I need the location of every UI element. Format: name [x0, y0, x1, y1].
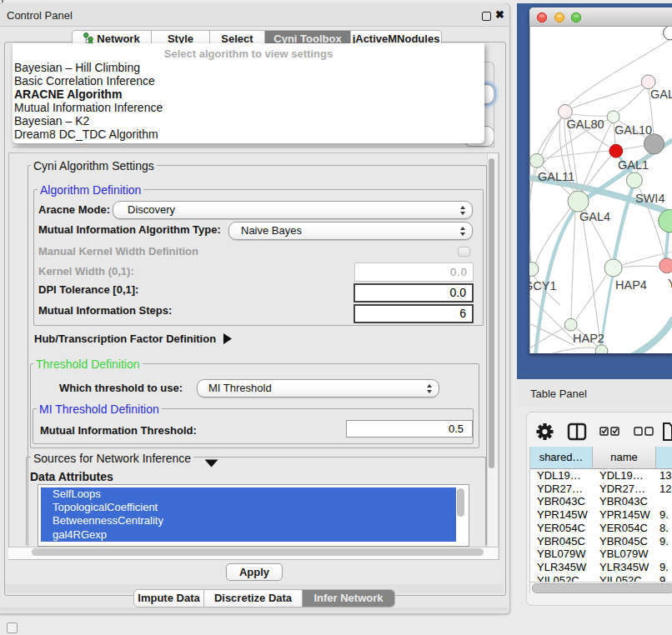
svg-text:GAL11: GAL11: [538, 170, 574, 183]
svg-text:GAL10: GAL10: [614, 123, 652, 137]
svg-text:SWI4: SWI4: [635, 192, 664, 205]
svg-text:GCY1: GCY1: [529, 279, 557, 292]
svg-text:GAL80: GAL80: [567, 118, 604, 131]
svg-text:GAL1: GAL1: [618, 158, 649, 172]
svg-text:Y: Y: [668, 277, 672, 290]
svg-text:HAP4: HAP4: [615, 278, 647, 292]
svg-text:GAL7: GAL7: [650, 88, 672, 101]
svg-text:GAL4: GAL4: [579, 210, 610, 223]
svg-text:HAP2: HAP2: [573, 332, 604, 345]
